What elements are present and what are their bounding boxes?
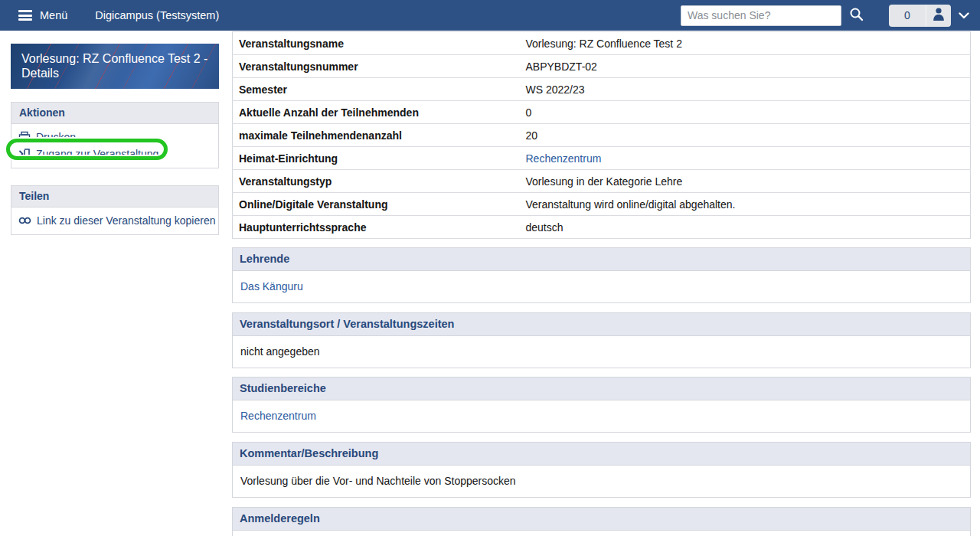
avatar-icon [931,6,946,25]
share-widget-title: Teilen [11,186,218,208]
section-title: Studienbereiche [233,377,970,400]
topbar: Menü Digicampus (Testsystem) 0 [0,0,980,31]
link-icon [18,216,31,225]
door-enter-icon [18,148,31,160]
row-label: maximale Teilnehmendenanzahl [233,124,526,147]
section-title: Kommentar/Beschreibung [233,443,970,466]
row-label: Hauptunterrichtssprache [233,216,526,239]
table-row: maximale Teilnehmendenanzahl 20 [233,124,971,147]
table-row: Veranstaltungsnummer ABPYBDZT-02 [233,55,971,78]
main-content: Veranstaltungsname Vorlesung: RZ Conflue… [232,31,971,536]
section-lehrende: Lehrende Das Känguru [232,247,971,303]
row-label: Heimat-Einrichtung [233,147,526,170]
avatar[interactable] [926,5,951,27]
lecturer-link[interactable]: Das Känguru [240,280,303,293]
hamburger-icon[interactable] [18,10,32,21]
section-kommentar: Kommentar/Beschreibung Vorlesung über di… [232,442,971,498]
table-row: Veranstaltungstyp Vorlesung in der Kateg… [233,170,971,193]
menu-button[interactable]: Menü [40,9,67,21]
search-input[interactable] [681,5,841,26]
chevron-down-icon [959,10,969,21]
topbar-right: 0 [681,4,980,27]
table-row: Aktuelle Anzahl der Teilnehmenden 0 [233,101,971,124]
heimat-einrichtung-link[interactable]: Rechenzentrum [526,152,602,165]
search-button[interactable] [841,4,871,27]
row-value: deutsch [526,216,971,239]
row-value: 20 [526,124,971,147]
share-widget: Teilen Link zu dieser Veranstaltung kopi… [11,185,219,235]
sidebar-item-zugang-zur-veranstaltung[interactable]: Zugang zur Veranstaltung [11,145,218,162]
studienbereich-link[interactable]: Rechenzentrum [240,410,316,422]
row-value: Vorlesung in der Kategorie Lehre [526,170,971,193]
section-title: Lehrende [233,248,970,271]
table-row: Heimat-Einrichtung Rechenzentrum [233,147,971,170]
section-title: Veranstaltungsort / Veranstaltungszeiten [233,313,970,336]
sidebar-item-drucken[interactable]: Drucken [11,129,218,145]
actions-widget: Aktionen Drucken [11,102,219,168]
row-value: WS 2022/23 [526,78,971,101]
section-title: Anmelderegeln [233,508,970,531]
section-studienbereiche: Studienbereiche Rechenzentrum [232,377,971,433]
table-row: Semester WS 2022/23 [233,78,971,101]
user-menu-toggle[interactable] [959,10,969,21]
row-value: Veranstaltung wird online/digital abgeha… [526,193,971,216]
row-label: Aktuelle Anzahl der Teilnehmenden [233,101,526,124]
sidebar-item-label: Link zu dieser Veranstaltung kopieren [37,214,215,227]
table-row: Hauptunterrichtssprache deutsch [233,216,971,239]
row-value: ABPYBDZT-02 [526,55,971,78]
printer-icon [18,131,31,143]
table-row: Veranstaltungsname Vorlesung: RZ Conflue… [233,32,971,55]
user-group: 0 [889,5,951,27]
row-value: 0 [526,101,971,124]
row-label: Online/Digitale Veranstaltung [233,193,526,216]
sidebar-item-label: Zugang zur Veranstaltung [36,148,158,160]
context-title: Vorlesung: RZ Confluence Test 2 - Detail… [11,44,219,89]
sidebar-item-link-kopieren[interactable]: Link zu dieser Veranstaltung kopieren [11,212,218,229]
section-veranstaltungsort: Veranstaltungsort / Veranstaltungszeiten… [232,312,971,368]
section-content [233,531,970,536]
app-title[interactable]: Digicampus (Testsystem) [95,9,219,21]
search-icon [849,7,864,24]
row-label: Veranstaltungsnummer [233,55,526,78]
sidebar-item-label: Drucken [36,131,76,143]
row-label: Semester [233,78,526,101]
section-anmelderegeln: Anmelderegeln [232,507,971,536]
sidebar: Vorlesung: RZ Confluence Test 2 - Detail… [11,44,219,235]
row-label: Veranstaltungstyp [233,170,526,193]
notification-counter[interactable]: 0 [889,5,926,27]
course-details-table: Veranstaltungsname Vorlesung: RZ Conflue… [232,31,971,239]
section-content: Vorlesung über die Vor- und Nachteile vo… [233,466,970,497]
actions-widget-title: Aktionen [11,103,218,124]
table-row: Online/Digitale Veranstaltung Veranstalt… [233,193,971,216]
row-label: Veranstaltungsname [233,32,526,55]
row-value: Vorlesung: RZ Confluence Test 2 [526,32,971,55]
section-content: nicht angegeben [233,336,970,368]
